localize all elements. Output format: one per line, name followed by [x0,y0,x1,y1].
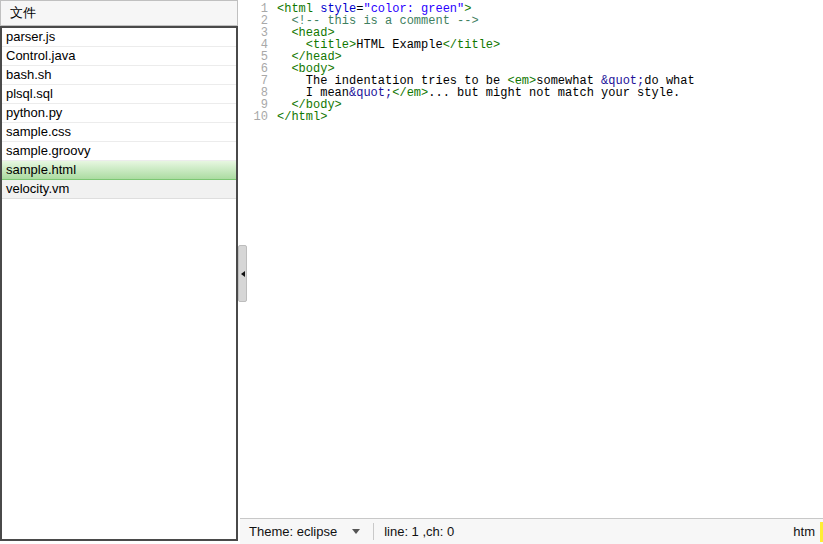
file-list-item[interactable]: sample.css [2,123,236,142]
panel-splitter[interactable] [238,0,248,518]
code-token: </html> [277,110,327,124]
file-list-item[interactable]: plsql.sql [2,85,236,104]
code-token: HTML Example [356,38,442,52]
file-list-item[interactable]: python.py [2,104,236,123]
code-token: ... but might not match your style. [428,86,680,100]
file-panel: 文件 parser.jsControl.javabash.shplsql.sql… [0,0,238,541]
collapse-left-icon [241,271,245,277]
file-list-item[interactable]: parser.js [2,28,236,47]
theme-label: Theme: eclipse [249,524,337,539]
code-editor[interactable]: 1<html style="color: green">2 <!-- this … [248,0,823,518]
code-token: </title> [443,38,501,52]
splitter-collapse-handle[interactable] [238,245,247,302]
code-token: &quot; [349,86,392,100]
code-token: </em> [392,86,428,100]
code-editor-app: 文件 parser.jsControl.javabash.shplsql.sql… [0,0,823,544]
chevron-down-icon [352,529,360,534]
file-list: parser.jsControl.javabash.shplsql.sqlpyt… [0,26,238,541]
status-bar: Theme: eclipse line: 1 ,ch: 0 htm [240,518,823,544]
cursor-position: line: 1 ,ch: 0 [384,524,454,539]
file-list-item[interactable]: sample.html [2,161,236,180]
line-number: 10 [248,111,268,123]
file-panel-header: 文件 [0,0,238,26]
code-lines: 1<html style="color: green">2 <!-- this … [248,3,823,123]
code-line: 9 </body> [248,99,823,111]
file-list-item[interactable]: sample.groovy [2,142,236,161]
file-list-item[interactable]: velocity.vm [2,180,236,199]
file-list-item[interactable]: bash.sh [2,66,236,85]
file-list-item[interactable]: Control.java [2,47,236,66]
language-mode-label: htm [793,524,815,539]
theme-selector[interactable]: Theme: eclipse [240,524,360,539]
code-line: 10</html> [248,111,823,123]
status-divider [373,523,374,540]
